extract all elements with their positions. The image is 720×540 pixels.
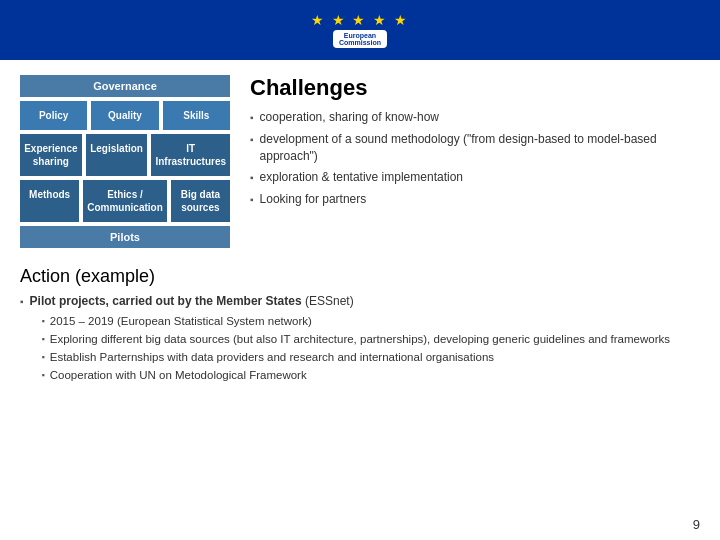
action-item-after-bold: (ESSnet) — [302, 294, 354, 308]
action-list: Pilot projects, carried out by the Membe… — [20, 293, 700, 385]
challenge-list: cooperation, sharing of know-how develop… — [250, 109, 700, 208]
challenge-item-2: development of a sound methodology ("fro… — [250, 131, 700, 165]
eu-stars-icon: ★ ★ ★ ★ ★ — [311, 12, 410, 28]
grid-row-3: Methods Ethics / Communication Big data … — [20, 180, 230, 222]
challenge-item-3: exploration & tentative implementation — [250, 169, 700, 186]
action-title: Action (example) — [20, 266, 700, 287]
ec-badge: European Commission — [333, 30, 387, 48]
challenges-title: Challenges — [250, 75, 700, 101]
cell-bigdata: Big data sources — [171, 180, 230, 222]
left-panel: Governance Policy Quality Skills Experie… — [20, 75, 230, 248]
action-title-bold: Action — [20, 266, 70, 286]
sub-list: 2015 – 2019 (European Statistical System… — [42, 313, 670, 383]
page-number: 9 — [693, 517, 700, 532]
cell-quality: Quality — [91, 101, 158, 130]
cell-legislation: Legislation — [86, 134, 148, 176]
sub-item-1: 2015 – 2019 (European Statistical System… — [42, 313, 670, 329]
grid-row-2: Experience sharing Legislation IT Infras… — [20, 134, 230, 176]
top-bar: ★ ★ ★ ★ ★ European Commission — [0, 0, 720, 60]
right-panel: Challenges cooperation, sharing of know-… — [250, 75, 700, 248]
cell-methods: Methods — [20, 180, 79, 222]
cell-it-infrastructure: IT Infrastructures — [151, 134, 230, 176]
sub-item-2: Exploring different big data sources (bu… — [42, 331, 670, 347]
pilots-bar: Pilots — [20, 226, 230, 248]
governance-header: Governance — [20, 75, 230, 97]
cell-skills: Skills — [163, 101, 230, 130]
action-item-1: Pilot projects, carried out by the Membe… — [20, 293, 700, 385]
cell-experience-sharing: Experience sharing — [20, 134, 82, 176]
challenge-item-1: cooperation, sharing of know-how — [250, 109, 700, 126]
action-section: Action (example) Pilot projects, carried… — [0, 258, 720, 397]
action-subtitle-text: (example) — [75, 266, 155, 286]
cell-policy: Policy — [20, 101, 87, 130]
cell-ethics: Ethics / Communication — [83, 180, 167, 222]
action-item-content: Pilot projects, carried out by the Membe… — [30, 293, 670, 385]
main-content: Governance Policy Quality Skills Experie… — [0, 60, 720, 258]
grid-row-1: Policy Quality Skills — [20, 101, 230, 130]
challenge-item-4: Looking for partners — [250, 191, 700, 208]
eu-logo: ★ ★ ★ ★ ★ European Commission — [311, 12, 410, 48]
action-item-bold: Pilot projects, carried out by the Membe… — [30, 294, 302, 308]
sub-item-3: Establish Parternships with data provide… — [42, 349, 670, 365]
sub-item-4: Cooperation with UN on Metodological Fra… — [42, 367, 670, 383]
